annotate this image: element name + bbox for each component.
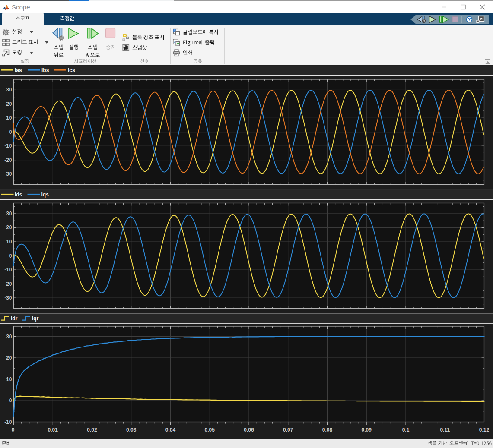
svg-text:10: 10 [6, 115, 12, 121]
svg-text:-30: -30 [4, 171, 12, 177]
svg-text:0: 0 [9, 253, 12, 259]
svg-text:0.08: 0.08 [322, 427, 333, 433]
svg-text:0.01: 0.01 [48, 427, 58, 433]
svg-text:0.04: 0.04 [165, 427, 176, 433]
svg-text:10: 10 [6, 239, 12, 245]
svg-text:-30: -30 [4, 295, 12, 301]
svg-text:0: 0 [12, 427, 15, 433]
svg-text:-20: -20 [4, 281, 12, 287]
svg-text:-10: -10 [4, 267, 12, 273]
svg-text:30: 30 [6, 211, 12, 217]
svg-text:-20: -20 [4, 157, 12, 163]
svg-text:0.03: 0.03 [126, 427, 137, 433]
svg-text:ibs: ibs [41, 67, 49, 73]
svg-text:0.1: 0.1 [402, 427, 410, 433]
svg-text:ias: ias [15, 67, 22, 73]
svg-text:-10: -10 [4, 143, 12, 149]
svg-text:20: 20 [6, 101, 12, 107]
svg-text:?: ? [468, 17, 471, 22]
svg-text:0.02: 0.02 [87, 427, 97, 433]
svg-text:20: 20 [6, 355, 12, 361]
svg-text:0: 0 [9, 129, 12, 135]
svg-text:30: 30 [6, 87, 12, 93]
svg-text:ics: ics [68, 67, 75, 73]
svg-text:0: 0 [9, 398, 12, 404]
svg-text:iqs: iqs [41, 192, 49, 198]
svg-text:ids: ids [15, 192, 22, 198]
svg-text:idr: idr [11, 315, 18, 322]
svg-text:0.12: 0.12 [479, 427, 490, 433]
svg-text:0.09: 0.09 [362, 427, 372, 433]
svg-text:0.06: 0.06 [244, 427, 254, 433]
svg-text:iqr: iqr [32, 315, 39, 322]
svg-text:0.07: 0.07 [283, 427, 293, 433]
svg-text:20: 20 [6, 224, 12, 230]
svg-text:0.05: 0.05 [205, 427, 215, 433]
svg-text:0.11: 0.11 [440, 427, 450, 433]
svg-text:30: 30 [6, 334, 12, 340]
svg-text:-10: -10 [4, 419, 12, 425]
svg-text:10: 10 [6, 376, 12, 382]
